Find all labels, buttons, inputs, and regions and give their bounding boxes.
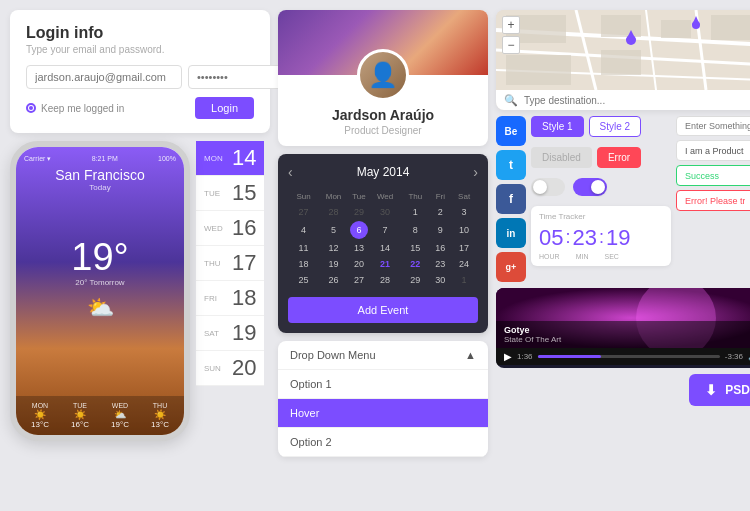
cal-day[interactable]: 8 — [402, 221, 428, 239]
cal-day[interactable]: 18 — [290, 257, 317, 271]
date-day-label: SAT — [204, 329, 232, 338]
video-start-time: 1:36 — [517, 352, 533, 361]
dropdown-card: Drop Down Menu ▲ Option 1 Hover Option 2 — [278, 341, 488, 457]
toggle-on[interactable] — [573, 178, 607, 196]
cal-day[interactable]: 5 — [319, 221, 348, 239]
dropdown-option-1[interactable]: Option 1 — [278, 370, 488, 399]
date-day-label: MON — [204, 154, 232, 163]
radio-inner — [29, 106, 33, 110]
cal-day[interactable]: 25 — [290, 273, 317, 287]
error-input-field: ✕ — [676, 190, 750, 211]
cal-day[interactable]: 19 — [319, 257, 348, 271]
cal-day[interactable]: 1 — [452, 273, 476, 287]
cal-day[interactable]: 14 — [370, 241, 400, 255]
calendar-header: ‹ May 2014 › — [288, 164, 478, 180]
controls-panel: Style 1 Style 2 Disabled Error — [531, 116, 671, 282]
cal-day[interactable]: 23 — [430, 257, 450, 271]
cal-next-button[interactable]: › — [473, 164, 478, 180]
cal-day[interactable]: 27 — [290, 205, 317, 219]
facebook-button[interactable]: f — [496, 184, 526, 214]
map-search-bar: 🔍 — [496, 90, 750, 110]
play-button[interactable]: ▶ — [504, 351, 512, 362]
video-progress-bar[interactable] — [538, 355, 720, 358]
cal-day[interactable]: 27 — [350, 273, 368, 287]
cal-day[interactable]: 10 — [452, 221, 476, 239]
email-field[interactable] — [26, 65, 182, 89]
psd-download-button[interactable]: ⬇ PSD — [689, 374, 750, 406]
linkedin-button[interactable]: in — [496, 218, 526, 248]
cal-day[interactable]: 1 — [402, 205, 428, 219]
date-wed[interactable]: WED 16 — [196, 211, 264, 246]
cal-day[interactable]: 7 — [370, 221, 400, 239]
cal-day[interactable]: 28 — [319, 205, 348, 219]
cal-day[interactable]: 16 — [430, 241, 450, 255]
cal-day[interactable]: 9 — [430, 221, 450, 239]
time-tracker: Time Tracker 05 : 23 : 19 HOUR MIN SEC — [531, 206, 671, 266]
sec-label: SEC — [604, 253, 618, 260]
destination-input[interactable] — [524, 95, 750, 106]
cal-day[interactable]: 12 — [319, 241, 348, 255]
cal-day[interactable]: 21 — [370, 257, 400, 271]
city-name: San Francisco — [24, 167, 176, 183]
add-event-button[interactable]: Add Event — [288, 297, 478, 323]
gplus-button[interactable]: g+ — [496, 252, 526, 282]
cal-day[interactable]: 30 — [430, 273, 450, 287]
map-zoom-in-button[interactable]: + — [502, 16, 520, 34]
style1-button[interactable]: Style 1 — [531, 116, 584, 137]
date-thu[interactable]: THU 17 — [196, 246, 264, 281]
cal-day[interactable]: 29 — [402, 273, 428, 287]
success-input[interactable] — [685, 171, 745, 181]
dropdown-header[interactable]: Drop Down Menu ▲ — [278, 341, 488, 370]
cal-day[interactable]: 6 — [350, 221, 368, 239]
error-button[interactable]: Error — [597, 147, 641, 168]
dropdown-option-2[interactable]: Option 2 — [278, 428, 488, 457]
date-mon[interactable]: MON 14 — [196, 141, 264, 176]
cal-day[interactable]: 11 — [290, 241, 317, 255]
radio-button[interactable] — [26, 103, 36, 113]
basic-input[interactable] — [685, 121, 750, 131]
cal-day[interactable]: 29 — [350, 205, 368, 219]
svg-rect-10 — [711, 15, 750, 40]
cal-day[interactable]: 30 — [370, 205, 400, 219]
cal-day[interactable]: 3 — [452, 205, 476, 219]
time-colon2: : — [599, 227, 604, 248]
cal-prev-button[interactable]: ‹ — [288, 164, 293, 180]
cal-day[interactable]: 26 — [319, 273, 348, 287]
table-row: 4 5 6 7 8 9 10 — [290, 221, 476, 239]
profile-name: Jardson Araújo — [288, 107, 478, 123]
login-button[interactable]: Login — [195, 97, 254, 119]
video-info: Gotye State Of The Art — [496, 321, 750, 348]
behance-button[interactable]: Be — [496, 116, 526, 146]
forecast-bar: MON ☀️ 13°C TUE ☀️ 16°C WED — [16, 396, 184, 435]
svg-rect-9 — [661, 20, 691, 38]
date-sat[interactable]: SAT 19 — [196, 316, 264, 351]
date-fri[interactable]: FRI 18 — [196, 281, 264, 316]
forecast-wed: WED ⛅ 19°C — [111, 402, 129, 429]
video-end-time: -3:36 — [725, 352, 743, 361]
cal-day[interactable]: 24 — [452, 257, 476, 271]
cal-day[interactable]: 20 — [350, 257, 368, 271]
dropdown-hover-item[interactable]: Hover — [278, 399, 488, 428]
cal-day[interactable]: 2 — [430, 205, 450, 219]
cal-day[interactable]: 4 — [290, 221, 317, 239]
login-subtitle: Type your email and password. — [26, 44, 254, 55]
error-input[interactable] — [685, 196, 745, 206]
date-number: 17 — [232, 250, 256, 276]
style2-button[interactable]: Style 2 — [589, 116, 642, 137]
cal-day[interactable]: 22 — [402, 257, 428, 271]
input-fields: ✕ ✓ ✕ — [676, 116, 750, 282]
toggle-off[interactable] — [531, 178, 565, 196]
cal-day[interactable]: 17 — [452, 241, 476, 255]
toggle-thumb — [591, 180, 605, 194]
cal-day[interactable]: 13 — [350, 241, 368, 255]
forecast-temp: 13°C — [31, 420, 49, 429]
twitter-button[interactable]: t — [496, 150, 526, 180]
designer-input[interactable] — [685, 146, 745, 156]
map-svg — [496, 10, 750, 90]
cal-day[interactable]: 15 — [402, 241, 428, 255]
map-zoom-out-button[interactable]: − — [502, 36, 520, 54]
date-tue[interactable]: TUE 15 — [196, 176, 264, 211]
date-day-label: TUE — [204, 189, 232, 198]
cal-day[interactable]: 28 — [370, 273, 400, 287]
date-sun[interactable]: SUN 20 — [196, 351, 264, 386]
